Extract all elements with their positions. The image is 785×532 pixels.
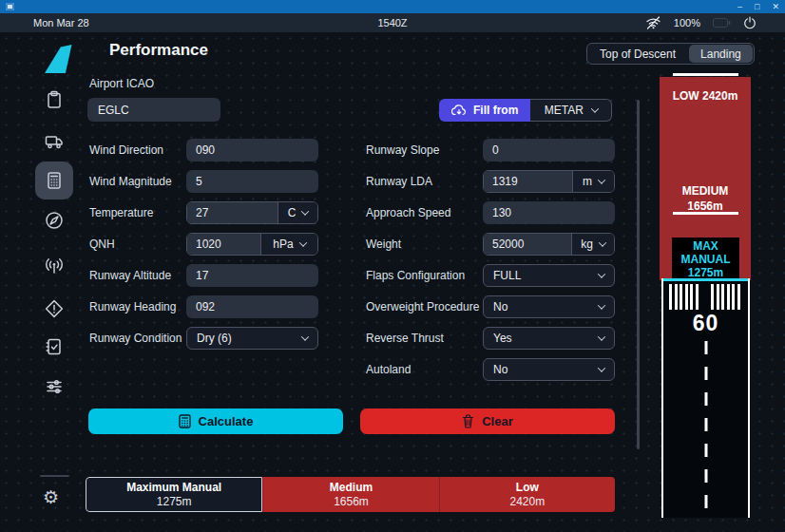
power-icon[interactable]: [743, 16, 756, 29]
result-maximum-manual: Maximum Manual 1275m: [86, 477, 262, 512]
sidebar-divider: [40, 475, 69, 477]
battery-percent: 100%: [674, 17, 700, 28]
sidebar-item-radios[interactable]: [44, 256, 65, 276]
calculate-button[interactable]: Calculate: [88, 408, 343, 434]
runway-slope-input[interactable]: [483, 139, 615, 162]
sidebar-item-options[interactable]: [44, 376, 65, 397]
sidebar-item-checklists[interactable]: [44, 336, 65, 357]
runway-lda-label: Runway LDA: [366, 175, 432, 188]
temperature-combo: C: [186, 201, 318, 224]
form-row: Runway Heading: [89, 295, 318, 318]
runway-centerline: [704, 341, 707, 510]
cloud-download-icon: [451, 104, 467, 116]
wifi-off-icon[interactable]: [645, 16, 661, 29]
app-icon: [6, 3, 14, 10]
autoland-select[interactable]: No: [483, 358, 615, 381]
sidebar-item-performance-active[interactable]: [35, 162, 73, 200]
runway-condition-select[interactable]: Dry (6): [186, 327, 318, 350]
stop-end-bar: [673, 73, 738, 76]
status-bar: Mon Mar 28 1540Z 100%: [0, 13, 785, 32]
qnh-unit-select[interactable]: hPa: [260, 234, 317, 255]
flaps-configuration-label: Flaps Configuration: [366, 269, 465, 282]
qnh-combo: hPa: [186, 233, 318, 256]
trash-icon: [462, 414, 474, 428]
qnh-input[interactable]: [187, 234, 260, 255]
form-row: QNH hPa: [89, 233, 318, 256]
reverse-thrust-label: Reverse Thrust: [366, 332, 444, 345]
chevron-down-icon: [301, 332, 309, 340]
weight-input[interactable]: [484, 234, 571, 255]
fill-source-select[interactable]: METAR: [530, 99, 612, 122]
truck-icon: [44, 130, 65, 151]
zone-max-manual-marker: [663, 278, 748, 281]
temperature-input[interactable]: [187, 202, 278, 223]
calculator-icon: [44, 170, 65, 191]
sidebar-item-dispatch[interactable]: [44, 89, 65, 110]
sidebar-item-ground-services[interactable]: [44, 130, 65, 151]
zone-medium-label: MEDIUM: [660, 184, 751, 198]
close-button[interactable]: ✕: [772, 3, 779, 11]
result-low: Low 2420m: [439, 477, 615, 512]
minimize-button[interactable]: –: [737, 3, 742, 11]
sliders-icon: [44, 376, 65, 397]
runway-number: 60: [663, 311, 748, 336]
window-titlebar[interactable]: – □ ✕: [0, 0, 785, 13]
airport-icao-input[interactable]: [87, 98, 220, 122]
sidebar-item-failures[interactable]: [44, 298, 65, 319]
maximize-button[interactable]: □: [755, 3, 759, 11]
fill-from-group: Fill from METAR: [439, 99, 612, 122]
qnh-label: QNH: [89, 238, 115, 251]
form-row: Reverse Thrust Yes: [366, 327, 615, 350]
chevron-down-icon: [598, 364, 605, 371]
zone-max-manual-box: MAX MANUAL 1275m: [672, 238, 739, 280]
form-column-right: Runway Slope Runway LDA m Approach Speed…: [366, 139, 615, 390]
runway-lda-unit-select[interactable]: m: [572, 171, 614, 192]
approach-speed-input[interactable]: [483, 201, 615, 224]
form-row: Runway Slope: [366, 139, 615, 162]
battery-icon: [713, 18, 731, 28]
vertical-scrollbar[interactable]: [637, 100, 640, 449]
reverse-thrust-select[interactable]: Yes: [483, 327, 615, 350]
runway-surface: 60: [661, 278, 750, 518]
page-title: Performance: [109, 41, 208, 60]
chevron-down-icon: [598, 176, 605, 183]
calculator-icon: [179, 414, 191, 428]
wind-magnitude-input[interactable]: [186, 170, 318, 193]
form-row: Overweight Procedure No: [366, 295, 615, 318]
runway-condition-label: Runway Condition: [89, 332, 182, 345]
settings-gear-icon[interactable]: ⚙: [43, 488, 59, 506]
compass-icon: [44, 210, 65, 231]
flaps-configuration-select[interactable]: FULL: [483, 264, 615, 287]
form-row: Autoland No: [366, 358, 615, 381]
zone-medium-value: 1656m: [660, 200, 751, 213]
zone-low-label: LOW 2420m: [660, 89, 751, 103]
page-body: ⚙ Performance Top of Descent Landing Air…: [0, 32, 785, 532]
overweight-procedure-label: Overweight Procedure: [366, 300, 479, 314]
sidebar: ⚙: [0, 32, 81, 532]
hazard-diamond-icon: [44, 298, 65, 319]
result-medium: Medium 1656m: [262, 477, 438, 512]
checklist-icon: [44, 336, 65, 357]
runway-lda-input[interactable]: [484, 171, 572, 192]
runway-lda-combo: m: [483, 170, 615, 193]
chevron-down-icon: [598, 332, 605, 340]
form-row: Runway Condition Dry (6): [89, 327, 318, 350]
chevron-down-icon: [599, 238, 606, 246]
form-row: Weight kg: [366, 233, 615, 256]
chevron-down-icon: [298, 238, 306, 246]
sidebar-item-navigation[interactable]: [44, 210, 65, 231]
temperature-label: Temperature: [89, 206, 153, 219]
action-buttons: Calculate Clear: [88, 408, 615, 434]
braking-zone-overlay: LOW 2420m MEDIUM 1656m MAX MANUAL 1275m: [660, 77, 751, 280]
clear-button[interactable]: Clear: [360, 408, 615, 434]
efb-app-window: – □ ✕ Mon Mar 28 1540Z 100%: [0, 0, 785, 532]
runway-heading-input[interactable]: [186, 295, 318, 318]
fill-from-button[interactable]: Fill from: [439, 99, 530, 122]
wind-direction-input[interactable]: [186, 139, 318, 162]
approach-speed-label: Approach Speed: [366, 206, 450, 219]
runway-altitude-input[interactable]: [186, 264, 318, 287]
temperature-unit-select[interactable]: C: [278, 202, 317, 223]
overweight-procedure-select[interactable]: No: [483, 295, 615, 318]
chevron-down-icon: [591, 104, 599, 112]
weight-unit-select[interactable]: kg: [571, 234, 614, 255]
